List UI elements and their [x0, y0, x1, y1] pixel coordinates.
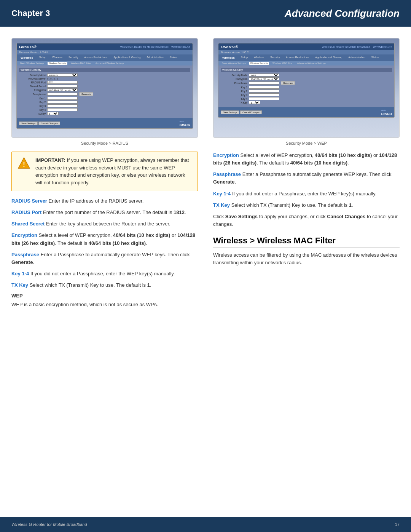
cancel-changes-btn[interactable]: Cancel Changes — [38, 121, 60, 125]
radius-port-text: Enter the port number of the RADIUS serv… — [43, 209, 186, 215]
radius-port-label: RADIUS Port — [19, 81, 46, 84]
wep-screenshot-inner: LINKSYS® Wireless-G Router for Mobile Br… — [213, 38, 399, 137]
passphrase-input[interactable] — [47, 93, 78, 96]
router-model-wep: Wireless-G Router for Mobile Broadband W… — [322, 46, 392, 48]
key1-input-wep[interactable] — [249, 86, 279, 89]
nav-access-wep: Access Restrictions — [284, 56, 311, 60]
radius-screenshot-inner: LINKSYS® Wireless-G Router for Mobile Br… — [12, 38, 198, 137]
tx-key-select-wep[interactable]: 1 — [249, 101, 260, 104]
radius-server-text: Enter the IP address of the RADIUS serve… — [49, 198, 144, 204]
save-settings-btn[interactable]: Save Settings — [19, 121, 38, 125]
shared-secret-section: Shared Secret Enter the key shared betwe… — [11, 220, 198, 228]
nav-wireless: Wireless — [19, 56, 35, 60]
router-model: Wireless-G Router for Mobile Broadband W… — [120, 46, 190, 48]
passphrase-input-wep[interactable] — [249, 81, 279, 85]
encryption-row: Encryption 40/144-bit (10 hex digits) — [19, 88, 190, 91]
security-mode-row-wep: Security Mode WEP — [221, 73, 392, 77]
radius-server-term: RADIUS Server — [11, 198, 47, 204]
nav-admin: Administration — [145, 56, 165, 60]
radius-screenshot: LINKSYS® Wireless-G Router for Mobile Br… — [11, 38, 198, 138]
svg-text:!: ! — [23, 161, 25, 168]
passphrase-label-wep: Passphrase — [221, 82, 247, 85]
key4-input[interactable] — [47, 108, 78, 111]
key3-input-wep[interactable] — [249, 93, 279, 96]
radius-port-section: RADIUS Port Enter the port number of the… — [11, 209, 198, 216]
key3-input[interactable] — [47, 104, 78, 107]
key3-row-wep: Key 3 — [221, 93, 392, 96]
router-sub-nav-wep: Basic Wireless Settings Wireless Securit… — [218, 61, 394, 66]
encryption-select-wep[interactable]: 104/128-bit (26 hex digits) — [249, 77, 279, 80]
page-footer: Wireless-G Router for Mobile Broadband 1… — [0, 517, 411, 532]
tx-key-select[interactable]: 1 — [47, 112, 59, 115]
left-column: LINKSYS® Wireless-G Router for Mobile Br… — [11, 38, 198, 312]
key2-row-wep: Key 2 — [221, 89, 392, 93]
radius-server-section: RADIUS Server Enter the IP address of th… — [11, 197, 198, 205]
radius-port-term: RADIUS Port — [11, 209, 41, 215]
key2-label-wep: Key 2 — [221, 90, 247, 93]
key3-label: Key 3 — [19, 105, 46, 107]
cisco-logo: alnln. CISCO — [179, 120, 190, 127]
mac-filter-text: Wireless access can be filtered by using… — [213, 251, 400, 267]
save-note-section: Click Save Settings to apply your change… — [213, 213, 400, 228]
security-mode-select-wep[interactable]: WEP — [249, 73, 279, 77]
router-nav-bar-wep: Wireless Setup Wireless Security Access … — [218, 54, 394, 61]
encryption-section-right: Encryption Select a level of WEP encrypt… — [213, 152, 400, 167]
warning-icon: ! — [17, 157, 31, 170]
key4-label-wep: Key 4 — [221, 97, 247, 100]
wireless-security-title-wep: Wireless Security — [221, 68, 392, 72]
key1-row-wep: Key 1 — [221, 86, 392, 89]
encryption-select[interactable]: 40/144-bit (10 hex digits) — [47, 88, 78, 91]
generate-btn-wep[interactable]: Generate — [281, 81, 295, 85]
generate-btn[interactable]: Generate — [79, 92, 93, 96]
footer-product-name: Wireless-G Router for Mobile Broadband — [11, 522, 87, 527]
txkey-section-left: TX Key Select which TX (Transmit) Key to… — [11, 281, 198, 289]
key14-text-left: If you did not enter a Passphrase, enter… — [30, 271, 175, 276]
passphrase-section-right: Passphrase Enter a Passphrase to automat… — [213, 171, 400, 186]
security-mode-select[interactable]: RADIUS — [47, 73, 78, 77]
router-nav-bar: Wireless Setup Wireless Security Access … — [17, 54, 193, 61]
shared-secret-term: Shared Secret — [11, 221, 45, 227]
key4-input-wep[interactable] — [249, 97, 279, 100]
key1-row: Key 1 — [19, 97, 190, 100]
nav-access: Access Restrictions — [83, 56, 109, 60]
radius-server-row: RADIUS Server 0 . 0 . 0 . 0 — [19, 77, 190, 80]
save-note-text: Click Save Settings to apply your change… — [213, 214, 398, 227]
shared-secret-input[interactable] — [47, 85, 78, 88]
encryption-label: Encryption — [19, 89, 46, 91]
nav-status: Status — [168, 56, 179, 60]
key14-section-right: Key 1-4 If you did not enter a Passphras… — [213, 190, 400, 198]
passphrase-row-wep: Passphrase Generate — [221, 81, 392, 85]
key2-row: Key 2 — [19, 101, 190, 104]
tx-key-row-wep: TX Key 1 — [221, 101, 392, 104]
radius-port-input[interactable] — [47, 81, 78, 84]
key1-input[interactable] — [47, 97, 78, 100]
router-sub-nav: Basic Wireless Settings Wireless Securit… — [17, 61, 193, 66]
key1-label-wep: Key 1 — [221, 86, 247, 89]
wep-heading: WEP — [11, 293, 198, 299]
wep-screenshot: LINKSYS® Wireless-G Router for Mobile Br… — [213, 38, 400, 138]
save-settings-btn-wep[interactable]: Save Settings — [221, 110, 239, 114]
wep-text: WEP is a basic encryption method, which … — [11, 301, 198, 308]
key3-row: Key 3 — [19, 104, 190, 107]
shared-secret-text: Enter the key shared between the Router … — [46, 221, 170, 227]
page-title: Advanced Configuration — [285, 8, 400, 19]
sub-basic: Basic Wireless Settings — [19, 62, 45, 65]
passphrase-term-right: Passphrase — [213, 171, 241, 177]
security-mode-label-wep: Security Mode — [221, 74, 247, 77]
key2-label: Key 2 — [19, 101, 46, 104]
firmware-bar-wep: Firmware Version: 1.00.01 — [218, 50, 394, 54]
radius-server-dots: 0 . 0 . 0 . 0 — [47, 78, 58, 80]
nav-security-wep: Security — [269, 56, 281, 60]
key2-input-wep[interactable] — [249, 89, 279, 93]
warning-title: IMPORTANT: — [35, 157, 65, 163]
cancel-changes-btn-wep[interactable]: Cancel Changes — [240, 110, 261, 114]
wireless-security-title: Wireless Security — [19, 68, 190, 72]
radius-caption: Security Mode > RADIUS — [11, 141, 198, 145]
mac-filter-heading: Wireless > Wireless MAC Filter — [213, 236, 400, 248]
key2-input[interactable] — [47, 101, 78, 104]
passphrase-section-left: Passphrase Enter a Passphrase to automat… — [11, 251, 198, 266]
nav-apps-wep: Applications & Gaming — [314, 56, 344, 60]
key14-text-right: If you did not enter a Passphrase, enter… — [232, 191, 377, 197]
router-ui-radius: LINKSYS® Wireless-G Router for Mobile Br… — [16, 43, 193, 129]
key4-row-wep: Key 4 — [221, 97, 392, 100]
